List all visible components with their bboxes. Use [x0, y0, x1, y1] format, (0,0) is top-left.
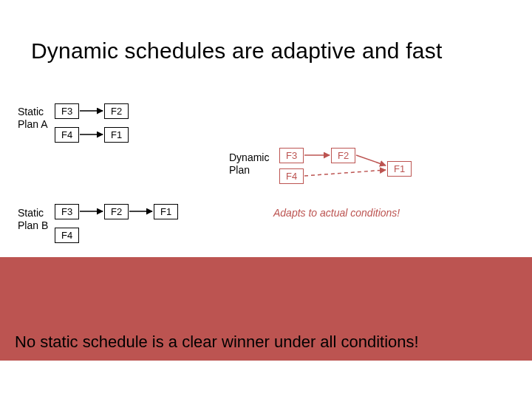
- node-dyn-f4: F4: [279, 168, 304, 184]
- node-b-f4: F4: [55, 228, 79, 243]
- arrow-dyn-f4-f1: [304, 170, 386, 176]
- node-b-f1: F1: [154, 204, 178, 219]
- node-dyn-f2: F2: [331, 148, 355, 163]
- node-a-f1: F1: [104, 127, 129, 143]
- slide-title: Dynamic schedules are adaptive and fast: [31, 38, 442, 64]
- node-a-f3: F3: [55, 103, 79, 119]
- node-b-f2: F2: [104, 204, 129, 219]
- arrow-dyn-f2-f1: [356, 155, 386, 166]
- node-dyn-f3: F3: [279, 148, 304, 163]
- adapts-caption: Adapts to actual conditions!: [273, 207, 400, 219]
- static-plan-a-label: Static Plan A: [18, 106, 52, 131]
- node-dyn-f1: F1: [387, 161, 412, 177]
- conclusion-text: No static schedule is a clear winner und…: [15, 332, 517, 352]
- node-a-f4: F4: [55, 127, 79, 143]
- node-b-f3: F3: [55, 204, 79, 219]
- dynamic-plan-label: Dynamic Plan: [229, 151, 275, 177]
- node-a-f2: F2: [104, 103, 129, 119]
- static-plan-b-label: Static Plan B: [18, 207, 52, 232]
